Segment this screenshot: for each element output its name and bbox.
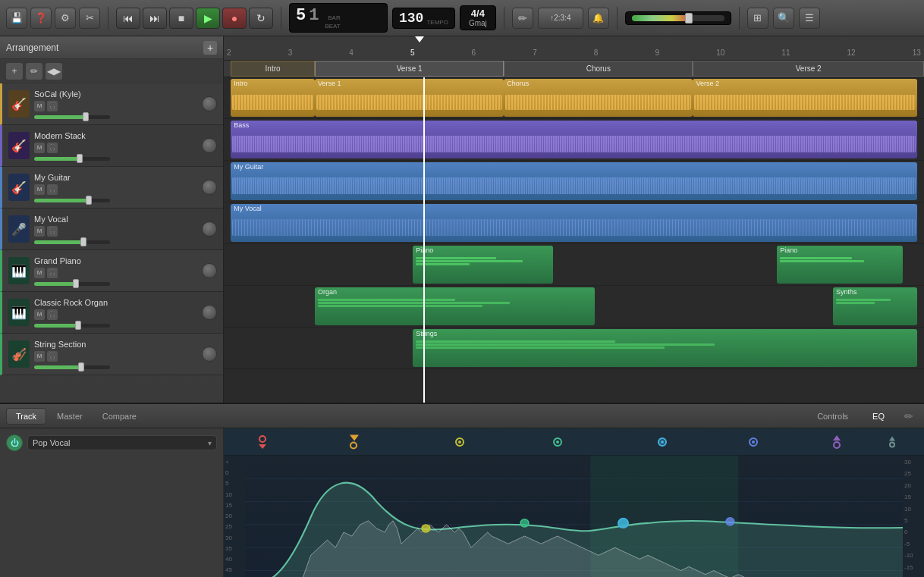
eq-band-8[interactable] <box>889 436 895 447</box>
eq-band-6[interactable] <box>749 437 758 447</box>
eq-label[interactable]: EQ <box>863 409 894 424</box>
mute-button-6[interactable]: M <box>34 309 45 320</box>
time-signature[interactable]: 4/4 Gmaj <box>460 5 496 30</box>
headphone-button-1[interactable]: 🎧 <box>47 101 58 111</box>
fader-track-2[interactable] <box>34 157 110 161</box>
clip-socal-chorus[interactable]: Chorus <box>504 79 693 117</box>
sep4 <box>617 7 618 30</box>
volume-fill <box>632 15 692 21</box>
fader-track-7[interactable] <box>34 365 110 369</box>
fader-thumb-5[interactable] <box>73 279 79 288</box>
eq-graph-main[interactable]: + 0 5 10 15 20 25 30 35 40 45 50 55 60 <box>224 456 924 577</box>
controls-label[interactable]: Controls <box>808 409 857 424</box>
clip-synths[interactable]: Synths <box>833 287 917 325</box>
search-button[interactable]: 🔍 <box>773 8 794 29</box>
fader-thumb-1[interactable] <box>83 112 89 121</box>
mute-button-4[interactable]: M <box>34 226 45 237</box>
add-track-button[interactable]: + <box>203 41 217 55</box>
pencil-eq-button[interactable]: ✏ <box>900 407 918 425</box>
track-icon-guitar: 🎸 <box>8 90 30 118</box>
fader-track-4[interactable] <box>34 240 110 244</box>
fader-track-1[interactable] <box>34 115 110 119</box>
fader-track-3[interactable] <box>34 199 110 202</box>
fader-thumb-3[interactable] <box>86 196 92 205</box>
clip-piano-1[interactable]: Piano <box>413 246 553 284</box>
position-counter[interactable]: 5 1 BAR BEAT <box>289 3 388 33</box>
track-icon-mic: 🎤 <box>8 215 30 243</box>
pan-knob-3[interactable] <box>202 180 217 195</box>
headphone-button-7[interactable]: 🎧 <box>47 351 58 362</box>
fader-track-6[interactable] <box>34 324 110 328</box>
eq-band-7[interactable] <box>833 435 841 449</box>
pencil-tool-button[interactable]: ✏ <box>512 8 533 29</box>
eq-band-4[interactable] <box>553 437 562 447</box>
section-verse2-label: Verse 2 <box>796 64 822 73</box>
mute-button-1[interactable]: M <box>34 101 45 111</box>
pan-knob-5[interactable] <box>202 263 217 278</box>
collapse-button[interactable]: ◀▶ <box>46 63 62 80</box>
fader-thumb-7[interactable] <box>78 362 84 372</box>
tab-track[interactable]: Track <box>6 408 46 425</box>
headphone-button-5[interactable]: 🎧 <box>47 268 58 278</box>
headphone-button-3[interactable]: 🎧 <box>47 184 58 195</box>
clip-socal-intro[interactable]: Intro <box>231 79 315 117</box>
fader-track-5[interactable] <box>34 282 110 286</box>
metronome-button[interactable]: 🔔 <box>588 8 609 29</box>
preset-selector[interactable]: Pop Vocal ▾ <box>27 435 217 450</box>
browser-button[interactable]: ☰ <box>799 8 820 29</box>
headphone-button-2[interactable]: 🎧 <box>47 143 58 153</box>
eq-power-button[interactable]: ⏻ <box>6 434 23 451</box>
mute-button-3[interactable]: M <box>34 184 45 195</box>
tempo-display[interactable]: 130 TEMPO <box>392 8 455 29</box>
clip-socal-verse2[interactable]: Verse 2 <box>693 79 916 117</box>
beat-display: 1 <box>309 6 320 25</box>
clip-bass-full[interactable]: Bass <box>231 121 917 158</box>
screen-set-button[interactable]: ⊞ <box>747 8 768 29</box>
pan-knob-4[interactable] <box>202 221 217 237</box>
master-volume[interactable] <box>625 11 731 25</box>
fader-thumb-4[interactable] <box>80 237 86 246</box>
fader-thumb-6[interactable] <box>75 321 81 330</box>
record-button[interactable]: ● <box>222 8 247 29</box>
pan-knob-2[interactable] <box>202 138 217 153</box>
cycle-button[interactable]: ↻ <box>249 8 273 29</box>
pencil-small-button[interactable]: ✏ <box>26 63 42 80</box>
headphone-button-4[interactable]: 🎧 <box>47 226 58 237</box>
rewind-button[interactable]: ⏮ <box>116 8 140 29</box>
fader-thumb-2[interactable] <box>77 154 83 163</box>
stop-button[interactable]: ■ <box>169 8 193 29</box>
mute-button-7[interactable]: M <box>34 351 45 362</box>
headphone-button-6[interactable]: 🎧 <box>47 309 58 320</box>
help-button[interactable]: ❓ <box>30 8 52 29</box>
track-buttons-6: M 🎧 <box>34 309 197 320</box>
settings-button[interactable]: ⚙ <box>55 8 76 29</box>
clip-vocal-full[interactable]: My Vocal <box>231 204 917 242</box>
clip-label-piano1: Piano <box>413 246 553 255</box>
eq-graph-area[interactable]: + 0 5 10 15 20 25 30 35 40 45 50 55 60 <box>224 428 924 577</box>
eq-band-3[interactable] <box>455 437 464 447</box>
pan-knob-7[interactable] <box>202 347 217 362</box>
tab-compare[interactable]: Compare <box>93 409 146 424</box>
pan-knob-6[interactable] <box>202 305 217 320</box>
eq-band-2[interactable] <box>350 434 359 449</box>
playhead-marker[interactable] <box>415 36 424 42</box>
volume-thumb[interactable] <box>685 13 693 24</box>
fast-forward-button[interactable]: ⏭ <box>143 8 167 29</box>
eq-band-5-selected[interactable] <box>658 437 667 447</box>
pan-knob-1[interactable] <box>202 96 217 111</box>
clip-socal-verse1[interactable]: Verse 1 <box>315 79 504 117</box>
eq-band-1[interactable] <box>259 435 266 449</box>
cut-button[interactable]: ✂ <box>79 8 100 29</box>
clip-strings[interactable]: Strings <box>413 329 917 367</box>
clip-guitar-full[interactable]: My Guitar <box>231 162 917 200</box>
clip-organ[interactable]: Organ <box>315 287 595 325</box>
volume-track[interactable] <box>632 15 724 21</box>
mute-button-5[interactable]: M <box>34 268 45 278</box>
save-button[interactable]: 💾 <box>6 8 27 29</box>
play-button[interactable]: ▶ <box>196 8 220 29</box>
clip-piano-2[interactable]: Piano <box>777 246 903 284</box>
tab-master[interactable]: Master <box>48 409 92 424</box>
mute-button-2[interactable]: M <box>34 143 45 153</box>
add-small-button[interactable]: + <box>6 63 23 80</box>
position-display[interactable]: ↑2:3:4 <box>538 8 583 29</box>
